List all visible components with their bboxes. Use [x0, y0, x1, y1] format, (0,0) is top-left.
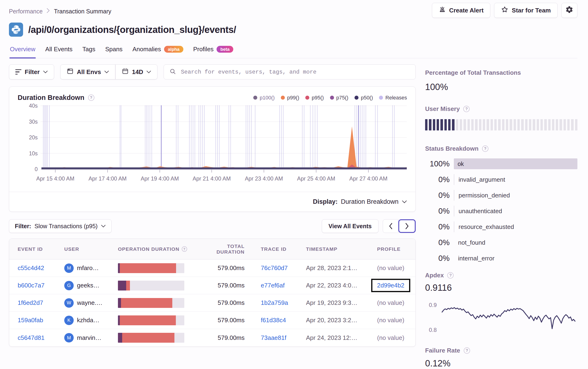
failure-rate-section: Failure Rate ? 0.12%: [425, 347, 578, 369]
environment-selector[interactable]: All Envs: [61, 65, 115, 79]
help-icon[interactable]: ?: [447, 272, 454, 279]
legend-label: Releases: [385, 95, 407, 101]
event-id-link[interactable]: 1f6ed2d7: [18, 299, 43, 306]
search-bar[interactable]: [164, 64, 416, 80]
help-icon[interactable]: ?: [482, 146, 488, 152]
search-input[interactable]: [180, 69, 410, 75]
search-icon: [169, 68, 176, 76]
misery-cell: [564, 119, 566, 130]
trace-id-link[interactable]: f61d38c4: [261, 317, 286, 324]
misery-cell: [517, 119, 520, 130]
date-range-selector[interactable]: 14D: [116, 65, 158, 79]
display-selector[interactable]: Duration Breakdown: [341, 198, 399, 205]
svg-text:Apr 25 4:00 AM: Apr 25 4:00 AM: [297, 176, 335, 182]
profile-link[interactable]: 2d99e4b2: [377, 282, 404, 289]
legend-dot: [253, 96, 257, 100]
trace-id-link[interactable]: 1b2a759a: [261, 299, 288, 306]
misery-cell: [537, 119, 539, 130]
misery-cell: [571, 119, 573, 130]
help-icon[interactable]: ?: [182, 246, 187, 252]
status-row-internal-error: 0%internal_error: [425, 253, 578, 264]
legend-dot: [305, 96, 309, 100]
transaction-filter-dropdown[interactable]: Filter: Slow Transactions (p95): [9, 219, 112, 233]
create-alert-button[interactable]: Create Alert: [432, 3, 490, 18]
user-cell: Ggeeks…: [64, 281, 118, 290]
legend-item-p75[interactable]: p75(): [330, 95, 348, 101]
date-range-label: 14D: [132, 68, 143, 76]
timestamp-cell: Apr 24, 2023 12:…: [306, 334, 377, 341]
col-profile: PROFILE: [377, 246, 415, 252]
filter-button[interactable]: Filter: [9, 65, 54, 79]
op-segment-red: [126, 281, 130, 290]
trace-id-link[interactable]: 76c760d7: [261, 264, 288, 271]
chevron-down-icon: [147, 70, 151, 74]
legend-item-p50[interactable]: p50(): [355, 95, 373, 101]
legend-item-releases[interactable]: Releases: [379, 95, 407, 101]
misery-cell: [498, 119, 500, 130]
chevron-down-icon[interactable]: [402, 200, 407, 204]
tab-all-events[interactable]: All Events: [45, 43, 73, 58]
legend-label: p99(): [287, 95, 299, 101]
event-id-link[interactable]: c55c4d42: [18, 264, 44, 271]
apdex-y-top-label: 0.9: [429, 302, 437, 308]
star-for-team-button[interactable]: Star for Team: [494, 3, 558, 18]
misery-cell: [514, 119, 516, 130]
tab-profiles[interactable]: Profilesbeta: [193, 43, 234, 58]
breadcrumb-performance[interactable]: Performance: [9, 8, 42, 15]
user-misery-title: User Misery ?: [425, 105, 578, 113]
help-icon[interactable]: ?: [464, 347, 470, 354]
col-trace-id: TRACE ID: [251, 246, 306, 252]
status-percent: 100%: [425, 159, 450, 168]
legend-item-p100[interactable]: p100(): [253, 95, 275, 101]
event-id-link[interactable]: c5647d81: [18, 334, 44, 341]
view-all-events-button[interactable]: View All Events: [322, 219, 378, 233]
tab-overview[interactable]: Overview: [10, 43, 36, 58]
status-breakdown-section: Status Breakdown ? 100%ok0%invalid_argum…: [425, 145, 578, 264]
trace-id-cell: 1b2a759a: [251, 299, 306, 307]
settings-button[interactable]: [561, 3, 578, 18]
table-controls: Filter: Slow Transactions (p95) View All…: [9, 219, 416, 233]
star-icon: [501, 6, 508, 15]
event-id-link[interactable]: 159a0fab: [18, 317, 43, 324]
legend-item-p99[interactable]: p99(): [281, 95, 299, 101]
status-label: resource_exhausted: [454, 221, 578, 232]
svg-text:Apr 19 4:00 AM: Apr 19 4:00 AM: [141, 176, 179, 182]
op-segment-purple: [118, 298, 121, 308]
table-row: 159a0fabKkzhda…579.00msf61d38c4Apr 20, 2…: [9, 312, 415, 329]
svg-text:Apr 23 4:00 AM: Apr 23 4:00 AM: [245, 176, 283, 182]
legend-item-p95[interactable]: p95(): [305, 95, 324, 101]
user-cell: Mmfaro…: [64, 263, 118, 273]
status-breakdown-title: Status Breakdown ?: [425, 145, 578, 152]
view-all-events-label: View All Events: [329, 223, 372, 230]
tab-anomalies[interactable]: Anomaliesalpha: [132, 43, 184, 58]
trace-id-link[interactable]: 73aae81f: [261, 334, 286, 341]
chart-title-wrap: Duration Breakdown ?: [18, 94, 94, 101]
svg-text:Apr 17 4:00 AM: Apr 17 4:00 AM: [88, 176, 127, 182]
misery-cell: [475, 119, 477, 130]
environment-label: All Envs: [77, 68, 101, 76]
previous-page-button[interactable]: [383, 219, 399, 233]
timestamp-cell: Apr 19, 2023 9:3…: [306, 299, 377, 307]
user-name: geeks…: [77, 282, 99, 289]
display-label: Display:: [313, 198, 337, 205]
sidebar: Percentage of Total Transactions 100% Us…: [425, 58, 578, 369]
total-duration-cell: 579.00ms: [199, 299, 251, 307]
trace-id-cell: f61d38c4: [251, 317, 306, 324]
content: Filter All Envs: [9, 58, 578, 369]
status-row-unauthenticated: 0%unauthenticated: [425, 206, 578, 217]
next-page-button[interactable]: [398, 219, 416, 233]
misery-cell: [567, 119, 570, 130]
help-icon[interactable]: ?: [88, 94, 94, 101]
event-id-link[interactable]: b600c7a7: [18, 282, 44, 289]
trace-id-link[interactable]: e77ef6af: [261, 282, 284, 289]
table-right-controls: View All Events: [322, 219, 416, 233]
tab-spans[interactable]: Spans: [105, 43, 123, 58]
misery-cell: [437, 119, 439, 130]
tab-tags[interactable]: Tags: [82, 43, 96, 58]
chart-legend: p100()p99()p95()p75()p50()Releases: [253, 95, 407, 101]
help-icon[interactable]: ?: [463, 106, 470, 112]
misery-cell: [544, 119, 546, 130]
svg-text:30s: 30s: [29, 119, 38, 125]
transaction-filter-value: Slow Transactions (p95): [34, 223, 97, 230]
profile-focus-outline: 2d99e4b2: [371, 279, 410, 292]
